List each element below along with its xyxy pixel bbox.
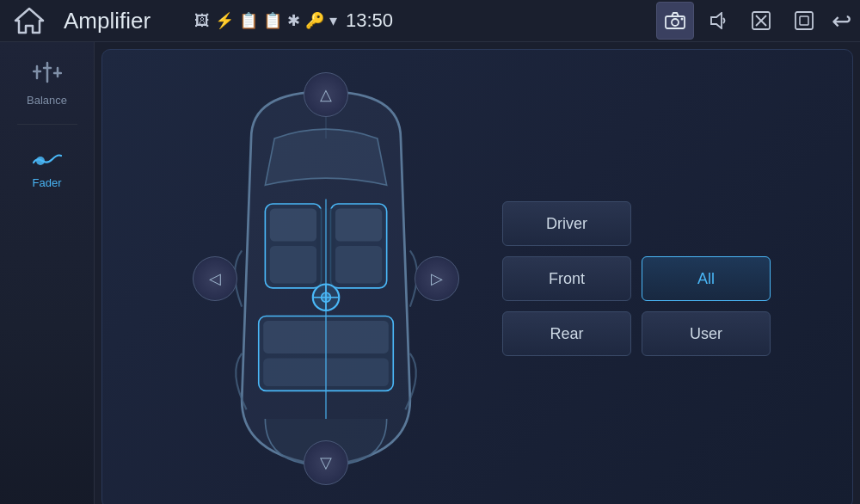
- volume-button[interactable]: [699, 2, 737, 40]
- all-button[interactable]: All: [642, 256, 771, 301]
- svg-rect-22: [335, 208, 382, 241]
- svg-rect-23: [335, 246, 382, 283]
- rear-row: Rear User: [502, 311, 771, 356]
- home-button[interactable]: [9, 0, 50, 41]
- image-icon: 🖼: [194, 12, 210, 30]
- usb-icon: ⚡: [215, 11, 234, 30]
- minimize-icon: [795, 11, 814, 30]
- front-button[interactable]: Front: [502, 256, 631, 301]
- svg-marker-4: [711, 13, 722, 28]
- driver-button[interactable]: Driver: [502, 201, 631, 246]
- balance-icon: [33, 59, 62, 90]
- user-button[interactable]: User: [642, 311, 771, 356]
- clock: 13:50: [346, 9, 393, 32]
- sidebar-divider: [17, 124, 77, 125]
- svg-marker-0: [15, 9, 43, 33]
- back-button[interactable]: ↩: [832, 7, 851, 35]
- close-button[interactable]: [742, 2, 780, 40]
- preset-buttons-panel: Driver Front All Rear User: [502, 201, 771, 356]
- camera-icon: [665, 12, 685, 29]
- svg-point-3: [681, 18, 684, 21]
- close-icon: [752, 11, 771, 30]
- sidebar: Balance Fader: [0, 42, 95, 504]
- main-panel: △ ▽ ◁ ▷ Driver Front All Rear User: [101, 49, 853, 504]
- svg-rect-21: [270, 246, 316, 283]
- main-content: Balance Fader: [0, 42, 860, 504]
- minimize-button[interactable]: [785, 2, 823, 40]
- arrow-up-icon: △: [320, 85, 332, 104]
- arrow-right-button[interactable]: ▷: [415, 256, 459, 301]
- rear-button[interactable]: Rear: [502, 311, 631, 356]
- camera-button[interactable]: [656, 2, 694, 40]
- svg-rect-9: [800, 16, 808, 25]
- all-row: Front All: [502, 256, 771, 301]
- bluetooth-icon: ✱: [287, 11, 300, 30]
- driver-row: Driver: [502, 201, 771, 246]
- sidebar-item-fader[interactable]: Fader: [9, 133, 86, 198]
- storage-icon1: 📋: [239, 11, 258, 30]
- svg-rect-8: [796, 12, 813, 29]
- sidebar-item-balance[interactable]: Balance: [9, 51, 86, 115]
- arrow-right-icon: ▷: [431, 269, 443, 288]
- balance-label: Balance: [27, 94, 67, 107]
- volume-icon: [708, 12, 728, 29]
- wifi-icon: ▾: [329, 11, 337, 30]
- status-icons: 🖼 ⚡ 📋 📋 ✱ 🔑 ▾ 13:50: [194, 9, 396, 32]
- home-icon: [14, 5, 45, 36]
- fader-icon: [32, 142, 63, 173]
- page-title: Amplifier: [64, 8, 184, 34]
- svg-point-2: [672, 19, 679, 26]
- fader-label: Fader: [33, 176, 62, 189]
- car-diagram: △ ▽ ◁ ▷: [184, 64, 468, 494]
- svg-rect-20: [270, 208, 316, 241]
- arrow-left-icon: ◁: [209, 269, 221, 288]
- arrow-up-button[interactable]: △: [304, 72, 348, 117]
- arrow-down-button[interactable]: ▽: [304, 440, 348, 485]
- arrow-left-button[interactable]: ◁: [193, 256, 237, 301]
- arrow-down-icon: ▽: [320, 453, 332, 472]
- top-bar-right: ↩: [656, 2, 851, 40]
- svg-point-16: [36, 157, 45, 165]
- top-bar: Amplifier 🖼 ⚡ 📋 📋 ✱ 🔑 ▾ 13:50: [0, 0, 860, 42]
- key-icon: 🔑: [305, 11, 324, 30]
- storage-icon2: 📋: [263, 11, 282, 30]
